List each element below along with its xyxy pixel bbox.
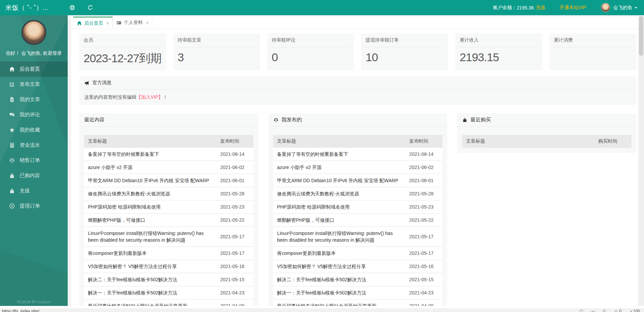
stat-label: 待审核评论 xyxy=(272,37,350,47)
article-title-link[interactable]: 修改腾讯云续费为天数教程-火狐浏览器 xyxy=(84,187,216,200)
bag-icon xyxy=(9,173,15,178)
article-row: 解决一：关于fee模板lu模板卡502解决方法 2021-04-23 xyxy=(273,286,443,299)
profile-avatar[interactable] xyxy=(21,20,46,45)
article-title-link[interactable]: 燃鹅解密PHP版，可做接口 xyxy=(84,214,216,227)
globe-icon[interactable] xyxy=(69,5,75,10)
stat-label: 累计消费 xyxy=(554,37,632,47)
sidebar-item-funds-flow[interactable]: 资金流水 xyxy=(0,138,68,153)
article-title-link[interactable]: 修改腾讯云续费为天数教程-火狐浏览器 xyxy=(273,187,405,200)
sidebar-item-recharge[interactable]: 充值 xyxy=(0,183,68,198)
my-published-table: 文章标题 发布时间 备案掉了等有空的时候重新备案下 2021-08-14 xyxy=(273,135,443,306)
sidebar-item-sales-orders[interactable]: 销售订单 xyxy=(0,153,68,168)
article-title-link[interactable]: 最近琐事比较多没时间上网站会员开始正常更新 xyxy=(273,299,405,306)
article-row: PHP源码加密 给源码限制域名使用 2021-05-23 xyxy=(273,200,443,214)
close-icon[interactable]: × xyxy=(146,20,149,25)
status-bar-strip: https://fis..index.php/ ▢◅⎙☺ 0◔ 100 xyxy=(0,308,644,312)
sidebar-item-my-favorites[interactable]: 我的收藏 xyxy=(0,122,68,138)
idcard-icon xyxy=(116,20,121,25)
tab-label: 后台首页 xyxy=(84,20,103,26)
article-date: 2021-05-17 xyxy=(216,247,253,260)
home-icon xyxy=(77,21,82,26)
sidebar-menu: 后台首页 发布文章 我的文章 我的评论 我的收藏 资金流水 销售订单 已购内容 … xyxy=(0,62,68,214)
plugin-credit: PLUGIN BY riced.cn xyxy=(0,300,68,304)
column-header-title: 文章标题 xyxy=(462,135,594,148)
notice-text: ！ xyxy=(163,94,168,100)
article-title-link[interactable]: PHP源码加密 给源码限制域名使用 xyxy=(84,200,216,214)
article-date: 2021-05-22 xyxy=(216,214,253,227)
sidebar-item-dashboard[interactable]: 后台首页 xyxy=(0,62,68,77)
tab-profile[interactable]: 个人资料 × xyxy=(113,17,152,29)
column-header-title: 文章标题 xyxy=(273,135,405,148)
sidebar-item-my-comments[interactable]: 我的评论 xyxy=(0,107,68,122)
stat-label: 待审核文章 xyxy=(178,37,256,47)
article-title-link[interactable]: 解决二：关于fee模板lu模板卡502解决方法 xyxy=(273,273,405,286)
sidebar-item-my-articles[interactable]: 我的文章 xyxy=(0,92,68,107)
article-row: 修改腾讯云续费为天数教程-火狐浏览器 2021-05-28 xyxy=(273,187,443,200)
article-title-link[interactable]: 解决一：关于fee模板lu模板卡502解决方法 xyxy=(84,286,216,299)
article-date: 2021-06-02 xyxy=(216,161,253,174)
avatar[interactable] xyxy=(601,3,610,12)
join-vip-link[interactable]: 【加入VIP】 xyxy=(136,94,163,100)
stat-value: 2193.15 xyxy=(460,47,538,64)
sidebar: 你好！ 会飞的鱼, 欢迎登录 后台首页 发布文章 我的文章 我的评论 我的收藏 … xyxy=(0,15,68,306)
article-title-link[interactable]: V5加密如何解密？ V5解密方法全过程分享 xyxy=(273,260,405,273)
sidebar-item-label: 后台首页 xyxy=(20,66,40,72)
close-icon[interactable]: × xyxy=(106,21,109,26)
article-title-link[interactable]: 甲骨文ARM DD Debian10 开IPv6 升内核 安宝塔 配WARP xyxy=(84,174,216,187)
article-title-link[interactable]: Linux中composer install执行报错Warning: puten… xyxy=(84,227,216,247)
link-preview-text: https://fis..index.php/ xyxy=(2,309,39,312)
article-title-link[interactable]: Linux中composer install执行报错Warning: puten… xyxy=(273,227,405,247)
sidebar-item-label: 提现订单 xyxy=(20,203,40,209)
chevron-down-icon[interactable] xyxy=(635,7,637,10)
article-title-link[interactable]: azure 小助手 v2 开源 xyxy=(84,161,216,174)
notice-title: 官方消息 xyxy=(92,80,111,86)
article-date: 2021-05-23 xyxy=(216,200,253,214)
scale-icon xyxy=(9,158,15,163)
monitor-icon: ▢ xyxy=(579,309,583,312)
sidebar-item-purchased-content[interactable]: 已购内容 xyxy=(0,168,68,183)
balance-value: 2195.36 xyxy=(517,5,534,10)
site-logo[interactable]: 米饭（ ˚- ˚）... xyxy=(5,3,48,12)
article-title-link[interactable]: PHP源码加密 给源码限制域名使用 xyxy=(273,200,405,214)
topbar: 米饭（ ˚- ˚）... 账户余额： 2195.36 充值 开通本站VIP 会飞… xyxy=(0,0,644,15)
article-row: PHP源码加密 给源码限制域名使用 2021-05-23 xyxy=(84,200,253,214)
article-date: 2021-05-17 xyxy=(405,247,442,260)
stat-value: 2023-12-27到期 xyxy=(84,47,162,66)
star-icon xyxy=(9,127,15,133)
username[interactable]: 会飞的鱼 xyxy=(613,5,632,11)
main-area: 后台首页 × 个人资料 × 会员 2023-12-27到期 待审核文章 3 xyxy=(68,15,644,306)
sidebar-item-withdraw-orders[interactable]: 提现订单 xyxy=(0,198,68,214)
article-title-link[interactable]: 甲骨文ARM DD Debian10 开IPv6 升内核 安宝塔 配WARP xyxy=(273,174,405,187)
balance-label: 账户余额： xyxy=(493,5,517,11)
article-title-link[interactable]: azure 小助手 v2 开源 xyxy=(273,161,405,174)
tab-label: 个人资料 xyxy=(124,20,143,26)
article-title-link[interactable]: 解决二：关于fee模板lu模板卡502解决方法 xyxy=(84,273,216,286)
refresh-icon[interactable] xyxy=(87,5,93,10)
column-header-title: 文章标题 xyxy=(84,135,216,148)
official-notice-card: 官方消息 这里的内容暂时没有编辑【加入VIP】！ xyxy=(79,76,636,105)
recharge-link[interactable]: 充值 xyxy=(536,5,545,11)
sidebar-item-publish-article[interactable]: 发布文章 xyxy=(0,77,68,92)
article-row: 修改腾讯云续费为天数教程-火狐浏览器 2021-05-28 xyxy=(84,187,253,200)
article-row: 备案掉了等有空的时候重新备案下 2021-08-14 xyxy=(273,148,443,161)
scrollbar-thumb[interactable] xyxy=(639,16,643,56)
article-title-link[interactable]: 将composer更新到最新版本 xyxy=(273,247,405,260)
article-title-link[interactable]: 最近琐事比较多没时间上网站会员开始正常更新 xyxy=(84,299,216,306)
edit-icon xyxy=(9,81,15,87)
printer-icon: ⎙ xyxy=(603,309,606,312)
article-title-link[interactable]: 解决一：关于fee模板lu模板卡502解决方法 xyxy=(273,286,405,299)
article-title-link[interactable]: 将composer更新到最新版本 xyxy=(84,247,216,260)
article-date: 2021-04-23 xyxy=(216,286,253,299)
panel-header: 我发布的 xyxy=(268,113,447,127)
sidebar-item-label: 我的文章 xyxy=(20,96,40,103)
vertical-scrollbar[interactable] xyxy=(638,15,644,306)
article-title-link[interactable]: V5加密如何解密？ V5解密方法全过程分享 xyxy=(84,260,216,273)
open-vip-link[interactable]: 开通本站VIP xyxy=(559,5,586,11)
panel-title: 最近购买 xyxy=(470,117,491,123)
tab-dashboard[interactable]: 后台首页 × xyxy=(73,17,113,29)
article-title-link[interactable]: 备案掉了等有空的时候重新备案下 xyxy=(84,148,216,161)
article-row: V5加密如何解密？ V5解密方法全过程分享 2021-05-16 xyxy=(273,260,443,273)
article-date: 2021-05-22 xyxy=(405,214,442,227)
article-title-link[interactable]: 备案掉了等有空的时候重新备案下 xyxy=(273,148,405,161)
article-title-link[interactable]: 燃鹅解密PHP版，可做接口 xyxy=(273,214,405,227)
